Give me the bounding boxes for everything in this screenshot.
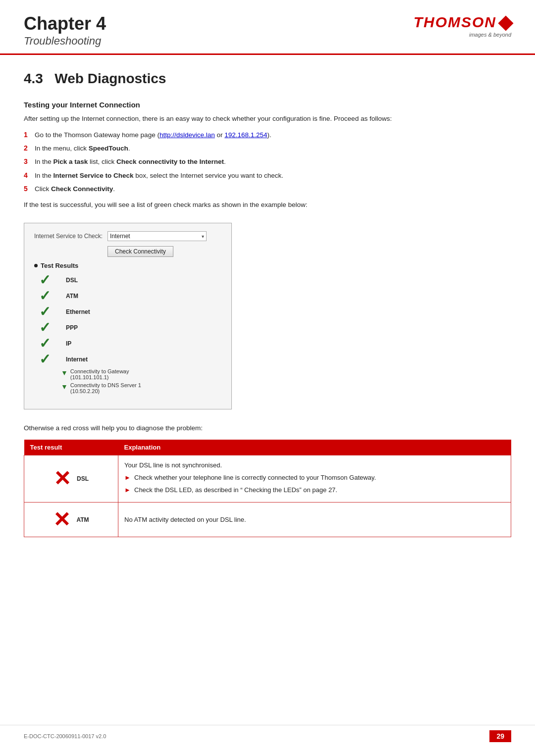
error-cell-atm-icon: ✕ ATM <box>24 503 118 537</box>
dsl-bullet-2: ► Check the DSL LED, as described in “ C… <box>124 485 505 495</box>
dsl-bullet-1: ► Check whether your telephone line is c… <box>124 473 505 483</box>
check-row-internet: ✓ Internet <box>34 353 221 366</box>
step-2-text: In the menu, click SpeedTouch. <box>35 144 511 153</box>
step-3-text: In the Pick a task list, click Check con… <box>35 157 511 167</box>
otherwise-text: Otherwise a red cross will help you to d… <box>24 423 511 433</box>
arrow-bullet-1-icon: ► <box>124 473 131 483</box>
green-check-internet-icon: ✓ <box>39 353 57 366</box>
internet-sub-dns: ▼ Connectivity to DNS Server 1(10.50.2.2… <box>61 382 221 394</box>
green-check-ethernet-icon: ✓ <box>39 305 57 319</box>
red-x-atm-icon: ✕ <box>53 507 70 532</box>
error-table-header-result: Test result <box>24 440 118 455</box>
dsl-bullet-2-text: Check the DSL LED, as described in “ Che… <box>134 485 337 495</box>
ui-select-value: Internet <box>110 233 130 240</box>
logo-diamond-icon <box>498 15 513 31</box>
check-row-atm: ✓ ATM <box>34 289 221 303</box>
footer-page-number: 29 <box>489 730 511 742</box>
intro-text: After setting up the Internet connection… <box>24 114 511 124</box>
ui-select-dropdown[interactable]: Internet ▾ <box>107 231 207 241</box>
step-3-bold2: Check connectivity to the Internet <box>116 158 224 165</box>
step-4-number: 4 <box>24 170 35 181</box>
green-check-atm-icon: ✓ <box>39 289 57 303</box>
chapter-subtitle: Troubleshooting <box>24 35 106 48</box>
check-connectivity-button[interactable]: Check Connectivity <box>107 246 173 257</box>
red-x-dsl-icon: ✕ <box>54 466 71 491</box>
section-title: 4.3 Web Diagnostics <box>24 71 511 87</box>
step-4: 4 In the Internet Service to Check box, … <box>24 170 511 181</box>
step-2-bold: SpeedTouch <box>89 145 128 152</box>
chapter-label: Chapter 4 <box>24 14 106 34</box>
check-label-ppp: PPP <box>66 324 78 331</box>
check-label-internet: Internet <box>66 356 88 363</box>
error-row-atm: ✕ ATM No ATM activity detected on your D… <box>24 503 511 537</box>
thomson-logo-text: THOMSON <box>414 14 496 31</box>
atm-explanation-text: No ATM activity detected on your DSL lin… <box>124 516 246 523</box>
check-row-ip: ✓ IP <box>34 337 221 351</box>
internet-sub-items: ▼ Connectivity to Gateway(101.101.101.1)… <box>61 368 221 394</box>
step-3-number: 3 <box>24 156 35 167</box>
page-header: Chapter 4 Troubleshooting THOMSON images… <box>0 0 535 55</box>
green-check-dsl-icon: ✓ <box>39 273 57 287</box>
thomson-logo-tagline: images & beyond <box>469 32 511 38</box>
green-check-ip-icon: ✓ <box>39 337 57 351</box>
error-row-dsl: ✕ DSL Your DSL line is not synchronised.… <box>24 455 511 503</box>
step-4-bold: Internet Service to Check <box>54 172 134 179</box>
section-number: 4.3 <box>24 71 43 86</box>
footer-doc-id: E-DOC-CTC-20060911-0017 v2.0 <box>24 733 106 739</box>
dsl-bullet-1-text: Check whether your telephone line is cor… <box>134 473 376 483</box>
green-check-ppp-icon: ✓ <box>39 321 57 335</box>
check-label-dsl: DSL <box>66 277 78 284</box>
check-label-atm: ATM <box>66 293 78 300</box>
error-cell-dsl-explanation: Your DSL line is not synchronised. ► Che… <box>118 455 511 503</box>
main-content: 4.3 Web Diagnostics Testing your Interne… <box>0 55 535 557</box>
step-2-number: 2 <box>24 143 35 153</box>
step-1-text: Go to the Thomson Gateway home page (htt… <box>35 130 511 140</box>
step-1: 1 Go to the Thomson Gateway home page (h… <box>24 130 511 140</box>
error-label-dsl: DSL <box>77 475 89 482</box>
chevron-down-icon: ▾ <box>202 234 204 239</box>
error-table: Test result Explanation ✕ DSL Your DSL l… <box>24 440 511 538</box>
dsl-explanation-list: Your DSL line is not synchronised. ► Che… <box>124 460 505 495</box>
logo-top: THOMSON <box>414 14 511 31</box>
bullet-dot-icon <box>34 264 38 267</box>
step-3: 3 In the Pick a task list, click Check c… <box>24 156 511 167</box>
error-table-header-explanation: Explanation <box>118 440 511 455</box>
step-1-number: 1 <box>24 130 35 140</box>
check-row-ethernet: ✓ Ethernet <box>34 305 221 319</box>
ui-service-row: Internet Service to Check: Internet ▾ <box>34 231 221 241</box>
small-check-dns-icon: ▼ <box>61 383 68 391</box>
error-label-atm: ATM <box>76 516 89 523</box>
small-check-gateway-icon: ▼ <box>61 369 68 377</box>
ui-mockup-box: Internet Service to Check: Internet ▾ Ch… <box>24 223 232 409</box>
dsl-explanation-top: Your DSL line is not synchronised. <box>124 460 505 470</box>
step-4-text: In the Internet Service to Check box, se… <box>35 171 511 181</box>
red-x-atm: ✕ ATM <box>30 507 112 532</box>
step-5: 5 Click Check Connectivity. <box>24 184 511 194</box>
step-5-text: Click Check Connectivity. <box>35 184 511 194</box>
error-cell-dsl-icon: ✕ DSL <box>24 455 118 503</box>
check-label-ip: IP <box>66 340 71 347</box>
check-label-ethernet: Ethernet <box>66 308 90 315</box>
test-results-title: Test Results <box>34 262 221 269</box>
internet-sub-gateway: ▼ Connectivity to Gateway(101.101.101.1) <box>61 368 221 380</box>
link-ip[interactable]: 192.168.1.254 <box>224 131 267 139</box>
arrow-bullet-2-icon: ► <box>124 485 131 495</box>
red-x-dsl: ✕ DSL <box>30 466 112 491</box>
ui-service-label: Internet Service to Check: <box>34 233 107 240</box>
subsection-title: Testing your Internet Connection <box>24 101 511 109</box>
check-row-ppp: ✓ PPP <box>34 321 221 335</box>
test-results-section: Test Results ✓ DSL ✓ ATM ✓ Ethernet ✓ PP… <box>34 262 221 394</box>
page-footer: E-DOC-CTC-20060911-0017 v2.0 29 <box>0 725 535 742</box>
step-2: 2 In the menu, click SpeedTouch. <box>24 143 511 153</box>
step-5-number: 5 <box>24 184 35 194</box>
ui-button-row: Check Connectivity <box>34 246 221 257</box>
thomson-logo: THOMSON images & beyond <box>414 14 511 38</box>
gateway-text: Connectivity to Gateway(101.101.101.1) <box>70 368 129 380</box>
link-dsldevice[interactable]: http://dsldevice.lan <box>160 131 215 139</box>
check-row-dsl: ✓ DSL <box>34 273 221 287</box>
test-results-label: Test Results <box>41 262 78 269</box>
step-5-bold: Check Connectivity <box>51 185 113 193</box>
step-3-bold1: Pick a task <box>54 158 88 165</box>
steps-list: 1 Go to the Thomson Gateway home page (h… <box>24 130 511 194</box>
if-successful-text: If the test is successful, you will see … <box>24 200 511 210</box>
